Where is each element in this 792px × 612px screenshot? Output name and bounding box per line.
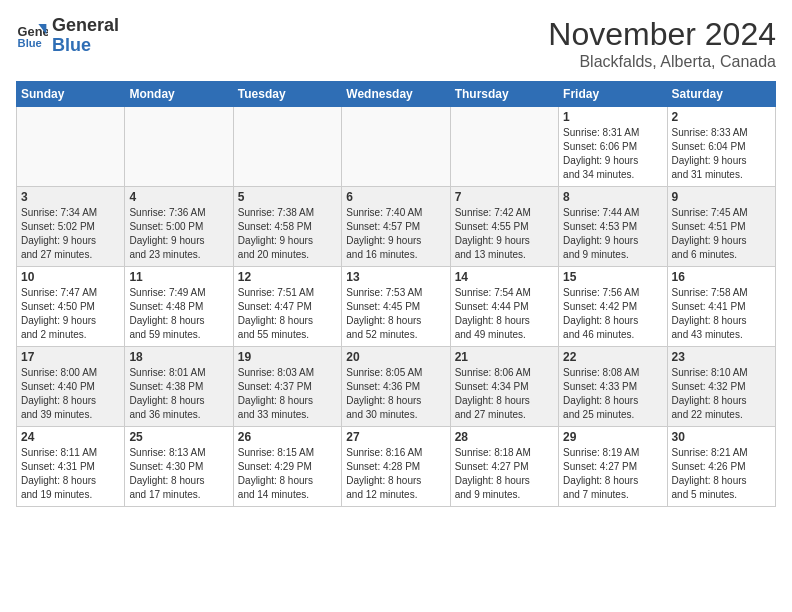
calendar-day-cell: [233, 107, 341, 187]
calendar-day-cell: 25Sunrise: 8:13 AM Sunset: 4:30 PM Dayli…: [125, 427, 233, 507]
day-info: Sunrise: 7:34 AM Sunset: 5:02 PM Dayligh…: [21, 206, 120, 262]
day-number: 8: [563, 190, 662, 204]
day-number: 3: [21, 190, 120, 204]
calendar-day-cell: 30Sunrise: 8:21 AM Sunset: 4:26 PM Dayli…: [667, 427, 775, 507]
day-info: Sunrise: 8:31 AM Sunset: 6:06 PM Dayligh…: [563, 126, 662, 182]
day-number: 28: [455, 430, 554, 444]
calendar-day-cell: 28Sunrise: 8:18 AM Sunset: 4:27 PM Dayli…: [450, 427, 558, 507]
day-number: 11: [129, 270, 228, 284]
calendar-day-cell: 2Sunrise: 8:33 AM Sunset: 6:04 PM Daylig…: [667, 107, 775, 187]
calendar-day-cell: 20Sunrise: 8:05 AM Sunset: 4:36 PM Dayli…: [342, 347, 450, 427]
day-info: Sunrise: 7:38 AM Sunset: 4:58 PM Dayligh…: [238, 206, 337, 262]
day-number: 7: [455, 190, 554, 204]
title-area: November 2024 Blackfalds, Alberta, Canad…: [548, 16, 776, 71]
calendar-week-row: 24Sunrise: 8:11 AM Sunset: 4:31 PM Dayli…: [17, 427, 776, 507]
day-info: Sunrise: 8:01 AM Sunset: 4:38 PM Dayligh…: [129, 366, 228, 422]
calendar-day-cell: 12Sunrise: 7:51 AM Sunset: 4:47 PM Dayli…: [233, 267, 341, 347]
day-info: Sunrise: 8:16 AM Sunset: 4:28 PM Dayligh…: [346, 446, 445, 502]
day-info: Sunrise: 7:51 AM Sunset: 4:47 PM Dayligh…: [238, 286, 337, 342]
day-info: Sunrise: 8:03 AM Sunset: 4:37 PM Dayligh…: [238, 366, 337, 422]
calendar-week-row: 1Sunrise: 8:31 AM Sunset: 6:06 PM Daylig…: [17, 107, 776, 187]
weekday-header-cell: Tuesday: [233, 82, 341, 107]
month-title: November 2024: [548, 16, 776, 53]
logo-text: GeneralBlue: [52, 16, 119, 56]
day-info: Sunrise: 7:47 AM Sunset: 4:50 PM Dayligh…: [21, 286, 120, 342]
day-info: Sunrise: 7:56 AM Sunset: 4:42 PM Dayligh…: [563, 286, 662, 342]
calendar-week-row: 3Sunrise: 7:34 AM Sunset: 5:02 PM Daylig…: [17, 187, 776, 267]
weekday-header-cell: Sunday: [17, 82, 125, 107]
calendar-day-cell: [342, 107, 450, 187]
weekday-header-cell: Monday: [125, 82, 233, 107]
weekday-header-cell: Saturday: [667, 82, 775, 107]
day-number: 27: [346, 430, 445, 444]
calendar-day-cell: [450, 107, 558, 187]
calendar-day-cell: 8Sunrise: 7:44 AM Sunset: 4:53 PM Daylig…: [559, 187, 667, 267]
calendar-day-cell: 14Sunrise: 7:54 AM Sunset: 4:44 PM Dayli…: [450, 267, 558, 347]
calendar-day-cell: 21Sunrise: 8:06 AM Sunset: 4:34 PM Dayli…: [450, 347, 558, 427]
day-info: Sunrise: 7:53 AM Sunset: 4:45 PM Dayligh…: [346, 286, 445, 342]
day-info: Sunrise: 7:42 AM Sunset: 4:55 PM Dayligh…: [455, 206, 554, 262]
calendar-day-cell: 23Sunrise: 8:10 AM Sunset: 4:32 PM Dayli…: [667, 347, 775, 427]
day-number: 16: [672, 270, 771, 284]
calendar-day-cell: 6Sunrise: 7:40 AM Sunset: 4:57 PM Daylig…: [342, 187, 450, 267]
calendar-day-cell: 13Sunrise: 7:53 AM Sunset: 4:45 PM Dayli…: [342, 267, 450, 347]
calendar-day-cell: 1Sunrise: 8:31 AM Sunset: 6:06 PM Daylig…: [559, 107, 667, 187]
logo-icon: General Blue: [16, 20, 48, 52]
calendar-week-row: 10Sunrise: 7:47 AM Sunset: 4:50 PM Dayli…: [17, 267, 776, 347]
weekday-header-cell: Thursday: [450, 82, 558, 107]
weekday-header-row: SundayMondayTuesdayWednesdayThursdayFrid…: [17, 82, 776, 107]
day-number: 18: [129, 350, 228, 364]
day-info: Sunrise: 7:49 AM Sunset: 4:48 PM Dayligh…: [129, 286, 228, 342]
header: General Blue GeneralBlue November 2024 B…: [16, 16, 776, 71]
day-number: 1: [563, 110, 662, 124]
day-number: 24: [21, 430, 120, 444]
calendar-table: SundayMondayTuesdayWednesdayThursdayFrid…: [16, 81, 776, 507]
day-info: Sunrise: 7:45 AM Sunset: 4:51 PM Dayligh…: [672, 206, 771, 262]
day-info: Sunrise: 8:11 AM Sunset: 4:31 PM Dayligh…: [21, 446, 120, 502]
day-info: Sunrise: 8:10 AM Sunset: 4:32 PM Dayligh…: [672, 366, 771, 422]
calendar-week-row: 17Sunrise: 8:00 AM Sunset: 4:40 PM Dayli…: [17, 347, 776, 427]
day-number: 29: [563, 430, 662, 444]
day-info: Sunrise: 8:08 AM Sunset: 4:33 PM Dayligh…: [563, 366, 662, 422]
day-number: 20: [346, 350, 445, 364]
calendar-day-cell: 22Sunrise: 8:08 AM Sunset: 4:33 PM Dayli…: [559, 347, 667, 427]
day-number: 26: [238, 430, 337, 444]
calendar-day-cell: 15Sunrise: 7:56 AM Sunset: 4:42 PM Dayli…: [559, 267, 667, 347]
location-subtitle: Blackfalds, Alberta, Canada: [548, 53, 776, 71]
calendar-day-cell: 18Sunrise: 8:01 AM Sunset: 4:38 PM Dayli…: [125, 347, 233, 427]
day-number: 5: [238, 190, 337, 204]
day-info: Sunrise: 7:58 AM Sunset: 4:41 PM Dayligh…: [672, 286, 771, 342]
day-number: 6: [346, 190, 445, 204]
weekday-header-cell: Friday: [559, 82, 667, 107]
day-number: 9: [672, 190, 771, 204]
calendar-day-cell: 27Sunrise: 8:16 AM Sunset: 4:28 PM Dayli…: [342, 427, 450, 507]
logo: General Blue GeneralBlue: [16, 16, 119, 56]
calendar-day-cell: 7Sunrise: 7:42 AM Sunset: 4:55 PM Daylig…: [450, 187, 558, 267]
day-info: Sunrise: 7:44 AM Sunset: 4:53 PM Dayligh…: [563, 206, 662, 262]
day-number: 25: [129, 430, 228, 444]
calendar-day-cell: 26Sunrise: 8:15 AM Sunset: 4:29 PM Dayli…: [233, 427, 341, 507]
calendar-day-cell: 5Sunrise: 7:38 AM Sunset: 4:58 PM Daylig…: [233, 187, 341, 267]
calendar-day-cell: 16Sunrise: 7:58 AM Sunset: 4:41 PM Dayli…: [667, 267, 775, 347]
day-number: 30: [672, 430, 771, 444]
calendar-day-cell: 11Sunrise: 7:49 AM Sunset: 4:48 PM Dayli…: [125, 267, 233, 347]
calendar-day-cell: [17, 107, 125, 187]
day-number: 10: [21, 270, 120, 284]
day-info: Sunrise: 8:21 AM Sunset: 4:26 PM Dayligh…: [672, 446, 771, 502]
day-info: Sunrise: 8:15 AM Sunset: 4:29 PM Dayligh…: [238, 446, 337, 502]
day-number: 21: [455, 350, 554, 364]
svg-text:Blue: Blue: [18, 37, 42, 49]
day-info: Sunrise: 8:33 AM Sunset: 6:04 PM Dayligh…: [672, 126, 771, 182]
day-number: 22: [563, 350, 662, 364]
calendar-body: 1Sunrise: 8:31 AM Sunset: 6:06 PM Daylig…: [17, 107, 776, 507]
day-number: 13: [346, 270, 445, 284]
calendar-day-cell: 3Sunrise: 7:34 AM Sunset: 5:02 PM Daylig…: [17, 187, 125, 267]
calendar-day-cell: 10Sunrise: 7:47 AM Sunset: 4:50 PM Dayli…: [17, 267, 125, 347]
calendar-day-cell: 4Sunrise: 7:36 AM Sunset: 5:00 PM Daylig…: [125, 187, 233, 267]
day-number: 12: [238, 270, 337, 284]
weekday-header-cell: Wednesday: [342, 82, 450, 107]
day-info: Sunrise: 7:54 AM Sunset: 4:44 PM Dayligh…: [455, 286, 554, 342]
day-info: Sunrise: 7:36 AM Sunset: 5:00 PM Dayligh…: [129, 206, 228, 262]
calendar-day-cell: [125, 107, 233, 187]
day-number: 4: [129, 190, 228, 204]
